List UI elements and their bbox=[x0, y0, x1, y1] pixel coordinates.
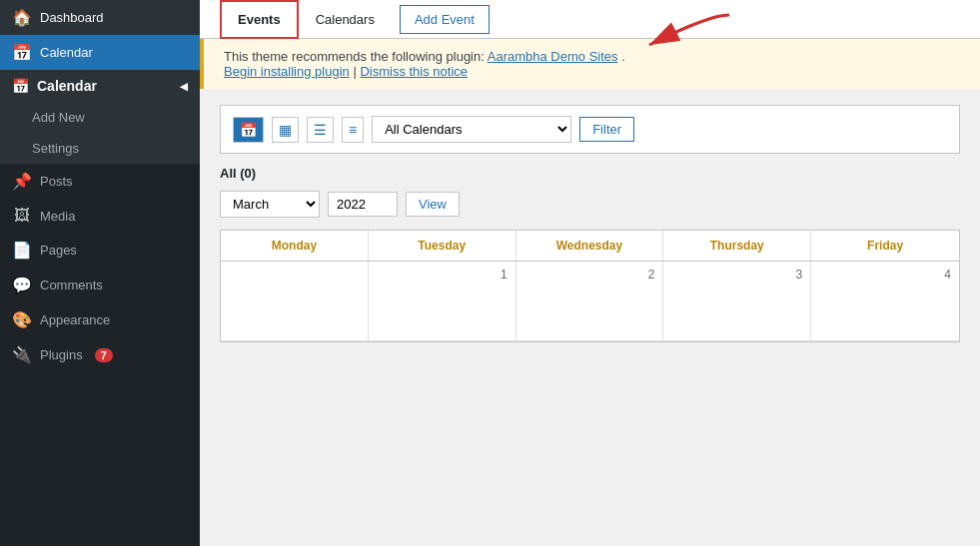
sidebar-parent-label: Calendar bbox=[37, 78, 97, 94]
view-month-icon-btn[interactable]: 📅 bbox=[233, 117, 264, 143]
sidebar-item-media[interactable]: 🖼 Media bbox=[0, 199, 200, 233]
cal-header-tuesday: Tuesday bbox=[369, 231, 516, 261]
view-list-icon-btn[interactable]: ☰ bbox=[307, 117, 334, 143]
notice-text: This theme recommends the following plug… bbox=[224, 49, 488, 64]
chevron-icon: ◀ bbox=[180, 81, 188, 92]
sidebar-item-label: Media bbox=[40, 209, 75, 224]
sidebar-submenu-label: Add New bbox=[32, 110, 85, 125]
month-year-row: March View bbox=[220, 191, 960, 218]
tabs-bar: Events Calendars Add Event bbox=[200, 0, 980, 39]
sidebar-item-label: Plugins bbox=[40, 347, 83, 362]
sidebar-item-dashboard[interactable]: 🏠 Dashboard bbox=[0, 0, 200, 35]
month-select[interactable]: March bbox=[220, 191, 320, 218]
sidebar-item-add-new[interactable]: Add New bbox=[0, 102, 200, 133]
dismiss-notice-link[interactable]: Dismiss this notice bbox=[360, 64, 468, 79]
week-view-icon: ▦ bbox=[279, 122, 292, 138]
all-label: All bbox=[220, 166, 237, 181]
all-count-value: (0) bbox=[240, 166, 256, 181]
cal-header-thursday: Thursday bbox=[663, 231, 811, 261]
view-button[interactable]: View bbox=[406, 192, 460, 217]
cal-day-2: 2 bbox=[524, 268, 655, 281]
list-view-icon: ☰ bbox=[314, 122, 327, 138]
tab-add-event-label: Add Event bbox=[415, 12, 475, 27]
sidebar-item-calendar-top[interactable]: 📅 Calendar bbox=[0, 35, 200, 70]
sidebar-item-comments[interactable]: 💬 Comments bbox=[0, 268, 200, 302]
calendar-toolbar: 📅 ▦ ☰ ≡ All Calendars Filter bbox=[220, 105, 960, 154]
view-compact-icon-btn[interactable]: ≡ bbox=[342, 117, 364, 143]
cal-header-monday: Monday bbox=[221, 231, 369, 261]
begin-installing-link[interactable]: Begin installing plugin bbox=[224, 64, 350, 79]
calendar-icon-parent: 📅 bbox=[12, 78, 29, 94]
plugins-badge: 7 bbox=[95, 348, 113, 362]
cal-day-1: 1 bbox=[377, 268, 507, 281]
calendar-grid: Monday Tuesday Wednesday Thursday Friday… bbox=[220, 230, 960, 342]
sidebar-item-label: Appearance bbox=[40, 312, 110, 327]
cal-day-4: 4 bbox=[819, 268, 951, 281]
cal-cell-4: 4 bbox=[811, 262, 959, 341]
cal-header-wednesday: Wednesday bbox=[516, 231, 664, 261]
sidebar-calendar-submenu: Add New Settings bbox=[0, 102, 200, 164]
cal-cell-2: 2 bbox=[516, 262, 664, 341]
dashboard-icon: 🏠 bbox=[12, 8, 32, 27]
sidebar: 🏠 Dashboard 📅 Calendar 📅 Calendar ◀ Add … bbox=[0, 0, 200, 546]
content-area: 📅 ▦ ☰ ≡ All Calendars Filter All (0) M bbox=[200, 89, 980, 546]
main-content: Events Calendars Add Event This theme re… bbox=[200, 0, 980, 546]
cal-header-friday: Friday bbox=[811, 231, 959, 261]
calendar-header-row: Monday Tuesday Wednesday Thursday Friday bbox=[221, 231, 959, 262]
cal-cell-1: 1 bbox=[369, 262, 516, 341]
sidebar-item-label: Posts bbox=[40, 174, 73, 189]
tab-events[interactable]: Events bbox=[220, 0, 299, 39]
tab-calendars[interactable]: Calendars bbox=[299, 1, 392, 38]
calendars-select[interactable]: All Calendars bbox=[372, 116, 571, 143]
tab-calendars-label: Calendars bbox=[316, 12, 375, 27]
posts-icon: 📌 bbox=[12, 172, 32, 191]
cal-cell-empty bbox=[221, 262, 369, 341]
notice-suffix: . bbox=[621, 49, 625, 64]
cal-cell-3: 3 bbox=[663, 262, 811, 341]
sidebar-item-label: Dashboard bbox=[40, 10, 104, 25]
view-week-icon-btn[interactable]: ▦ bbox=[272, 117, 299, 143]
notice-plugin-link[interactable]: Aarambha Demo Sites bbox=[488, 49, 618, 64]
sidebar-item-plugins[interactable]: 🔌 Plugins 7 bbox=[0, 337, 200, 372]
month-view-icon: 📅 bbox=[240, 122, 257, 138]
all-count: All (0) bbox=[220, 166, 960, 181]
sidebar-submenu-label: Settings bbox=[32, 141, 79, 156]
sidebar-item-label: Calendar bbox=[40, 45, 93, 60]
cal-day-3: 3 bbox=[671, 268, 802, 281]
sidebar-item-settings[interactable]: Settings bbox=[0, 133, 200, 164]
filter-button[interactable]: Filter bbox=[579, 117, 634, 142]
sidebar-item-label: Comments bbox=[40, 277, 103, 292]
plugins-icon: 🔌 bbox=[12, 345, 32, 364]
appearance-icon: 🎨 bbox=[12, 310, 32, 329]
calendar-icon: 📅 bbox=[12, 43, 32, 62]
year-input[interactable] bbox=[328, 192, 398, 217]
sidebar-item-pages[interactable]: 📄 Pages bbox=[0, 233, 200, 268]
comments-icon: 💬 bbox=[12, 275, 32, 294]
calendar-body-row-1: 1 2 3 4 bbox=[221, 262, 959, 341]
notice-bar: This theme recommends the following plug… bbox=[200, 39, 980, 89]
sidebar-item-appearance[interactable]: 🎨 Appearance bbox=[0, 302, 200, 337]
tab-events-label: Events bbox=[238, 12, 281, 27]
sidebar-item-posts[interactable]: 📌 Posts bbox=[0, 164, 200, 199]
media-icon: 🖼 bbox=[12, 207, 32, 225]
sidebar-item-label: Pages bbox=[40, 243, 77, 258]
sidebar-calendar-parent[interactable]: 📅 Calendar ◀ bbox=[0, 70, 200, 102]
pages-icon: 📄 bbox=[12, 241, 32, 260]
tab-add-event[interactable]: Add Event bbox=[400, 5, 490, 34]
compact-view-icon: ≡ bbox=[349, 122, 357, 138]
